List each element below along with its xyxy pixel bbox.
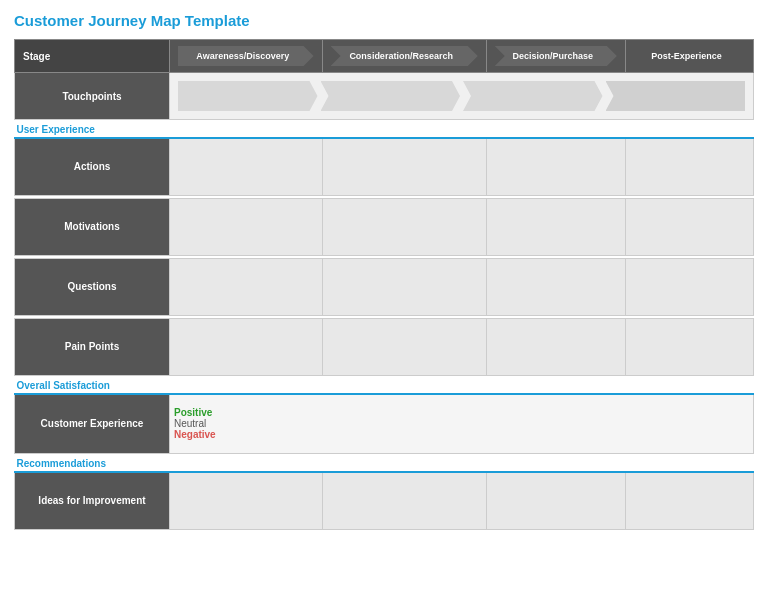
arrow-awareness: Awareness/Discovery (178, 46, 314, 66)
sentiment-negative: Negative (174, 429, 749, 440)
col-header-3: Decision/Purchase (486, 40, 625, 73)
pain-points-cell-2 (322, 318, 486, 375)
ideas-cell-4 (625, 472, 753, 529)
questions-cell-2 (322, 258, 486, 315)
col-header-1: Awareness/Discovery (170, 40, 323, 73)
customer-experience-content: Positive Neutral Negative (170, 394, 754, 454)
user-experience-label: User Experience (15, 120, 754, 139)
pain-points-cell-4 (625, 318, 753, 375)
ideas-cell-2 (322, 472, 486, 529)
col-header-2: Consideration/Research (322, 40, 486, 73)
pain-points-label: Pain Points (15, 318, 170, 375)
recommendations-label: Recommendations (15, 454, 754, 473)
tp-arrow-4 (606, 81, 746, 111)
ideas-label: Ideas for Improvement (15, 472, 170, 529)
questions-cell-3 (486, 258, 625, 315)
questions-cell-4 (625, 258, 753, 315)
touchpoints-arrows (174, 77, 749, 115)
actions-cell-1 (170, 138, 323, 195)
motivations-cell-2 (322, 198, 486, 255)
motivations-cell-4 (625, 198, 753, 255)
questions-label: Questions (15, 258, 170, 315)
motivations-cell-1 (170, 198, 323, 255)
pain-points-cell-1 (170, 318, 323, 375)
ideas-cell-3 (486, 472, 625, 529)
arrow-decision: Decision/Purchase (495, 46, 617, 66)
tp-arrow-2 (321, 81, 461, 111)
actions-label: Actions (15, 138, 170, 195)
arrow-consideration: Consideration/Research (331, 46, 478, 66)
page-title: Customer Journey Map Template (14, 12, 754, 29)
tp-arrow-3 (463, 81, 603, 111)
actions-cell-2 (322, 138, 486, 195)
motivations-cell-3 (486, 198, 625, 255)
sentiment-neutral: Neutral (174, 418, 749, 429)
stage-header: Stage (15, 40, 170, 73)
overall-satisfaction-label: Overall Satisfaction (15, 375, 754, 394)
customer-experience-label: Customer Experience (15, 394, 170, 454)
sentiment-positive: Positive (174, 407, 749, 418)
actions-cell-4 (625, 138, 753, 195)
touchpoints-label: Touchpoints (15, 73, 170, 120)
pain-points-cell-3 (486, 318, 625, 375)
arrow-postexp: Post-Experience (634, 46, 745, 66)
col-header-4: Post-Experience (625, 40, 753, 73)
tp-arrow-1 (178, 81, 318, 111)
motivations-label: Motivations (15, 198, 170, 255)
ideas-cell-1 (170, 472, 323, 529)
actions-cell-3 (486, 138, 625, 195)
questions-cell-1 (170, 258, 323, 315)
